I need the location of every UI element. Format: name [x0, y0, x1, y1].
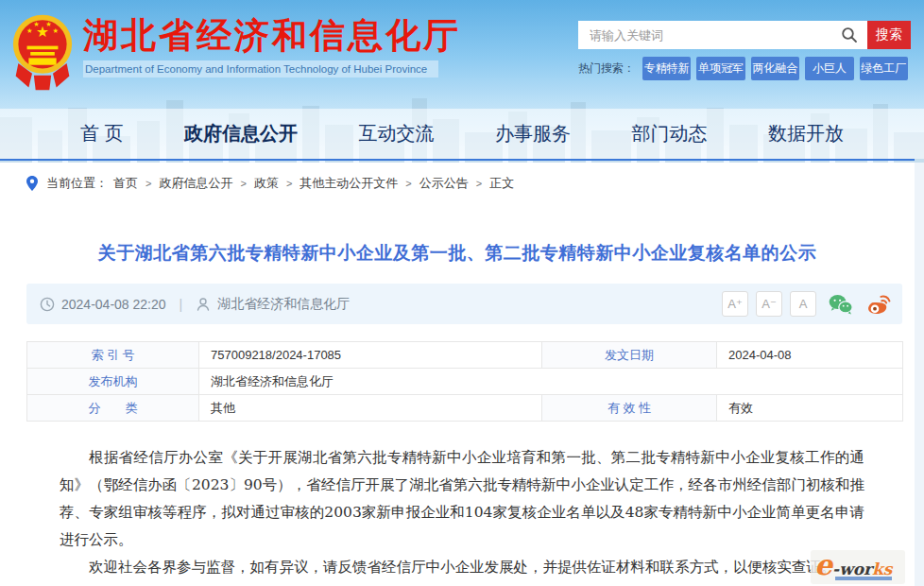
watermark-text: e-works — [814, 548, 892, 581]
breadcrumb-link[interactable]: 其他主动公开文件 — [299, 175, 398, 192]
publish-time: 2024-04-08 22:20 — [61, 297, 166, 312]
site-brand: ★ ★ ★ ★ ★ 湖北省经济和信息化厅 Department of Econo… — [11, 11, 461, 93]
svg-text:★: ★ — [33, 20, 40, 28]
breadcrumb: 当前位置： 首页 > 政府信息公开 > 政策 > 其他主动公开文件 > 公示公告… — [26, 175, 514, 192]
info-value-date: 2024-04-08 — [717, 342, 903, 369]
breadcrumb-separator: > — [286, 178, 292, 189]
page: ★ ★ ★ ★ ★ 湖北省经济和信息化厅 Department of Econo… — [0, 0, 924, 586]
table-row: 分 类 其他 有 效 性 有效 — [27, 395, 903, 422]
svg-text:★: ★ — [26, 26, 33, 35]
svg-text:★: ★ — [45, 20, 52, 28]
breadcrumb-link[interactable]: 政府信息公开 — [159, 175, 232, 192]
article-meta-bar: 2024-04-08 22:20 | 湖北省经济和信息化厅 A⁺ A⁻ A — [26, 284, 902, 324]
search-button[interactable]: 搜索 — [867, 21, 911, 49]
nav-item-interaction[interactable]: 互动交流 — [359, 121, 435, 146]
clock-icon — [40, 297, 55, 312]
article-body: 根据省经信厅办公室《关于开展湖北省第六批专精特新中小企业培育和第一批、第二批专精… — [60, 444, 864, 586]
nav-item-open-data[interactable]: 数据开放 — [768, 121, 844, 146]
site-subtitle: Department of Economy and Information Te… — [83, 60, 438, 78]
breadcrumb-label: 当前位置： — [46, 175, 108, 192]
table-row: 发布机构 湖北省经济和信息化厅 — [27, 369, 903, 395]
doc-info-table: 索 引 号 757009218/2024-17085 发文日期 2024-04-… — [26, 341, 903, 422]
site-title: 湖北省经济和信息化厅 — [83, 15, 461, 57]
weibo-share-icon[interactable] — [864, 293, 891, 316]
watermark-mid: -wor — [832, 560, 872, 578]
main-navigation: 首 页 政府信息公开 互动交流 办事服务 部门动态 数据开放 — [0, 110, 896, 157]
nav-item-gov-info[interactable]: 政府信息公开 — [184, 121, 298, 146]
hot-search-tag[interactable]: 单项冠军 — [696, 57, 744, 80]
watermark-e: e — [814, 548, 832, 581]
wechat-share-icon[interactable] — [828, 293, 853, 316]
info-label-agency: 发布机构 — [27, 369, 199, 395]
hot-search-tag[interactable]: 两化融合 — [751, 57, 799, 80]
breadcrumb-separator: > — [476, 178, 482, 189]
info-value-agency: 湖北省经济和信息化厅 — [199, 369, 903, 395]
article-meta-left: 2024-04-08 22:20 | 湖北省经济和信息化厅 — [40, 296, 350, 313]
table-row: 索 引 号 757009218/2024-17085 发文日期 2024-04-… — [27, 342, 903, 369]
breadcrumb-separator: > — [405, 178, 411, 189]
svg-text:★: ★ — [52, 26, 59, 35]
site-banner: ★ ★ ★ ★ ★ 湖北省经济和信息化厅 Department of Econo… — [0, 0, 924, 163]
scrollbar-track[interactable] — [915, 163, 924, 586]
info-label-index: 索 引 号 — [27, 342, 199, 369]
breadcrumb-link[interactable]: 正文 — [489, 175, 514, 192]
search-box: 搜索 — [578, 21, 911, 49]
national-emblem-logo: ★ ★ ★ ★ ★ — [11, 11, 74, 93]
font-smaller-button[interactable]: A⁻ — [756, 291, 782, 317]
nav-item-home[interactable]: 首 页 — [80, 121, 124, 146]
info-label-validity: 有 效 性 — [542, 395, 717, 422]
breadcrumb-separator: > — [145, 178, 151, 189]
hot-search-row: 热门搜索： 专精特新 单项冠军 两化融合 小巨人 绿色工厂 — [578, 57, 911, 80]
content-area: 当前位置： 首页 > 政府信息公开 > 政策 > 其他主动公开文件 > 公示公告… — [0, 163, 915, 586]
breadcrumb-link[interactable]: 首页 — [113, 175, 138, 192]
brand-text: 湖北省经济和信息化厅 Department of Economy and Inf… — [83, 11, 461, 78]
article-meta-right: A⁺ A⁻ A — [714, 291, 891, 317]
hot-search-tag[interactable]: 专精特新 — [642, 57, 691, 80]
hot-search-label: 热门搜索： — [578, 60, 635, 77]
info-value-category: 其他 — [199, 395, 542, 422]
watermark-tail: ks — [872, 560, 892, 578]
info-label-category: 分 类 — [27, 395, 199, 422]
article-title: 关于湖北省第六批专精特新中小企业及第一批、第二批专精特新中小企业复核名单的公示 — [0, 241, 915, 266]
info-value-validity: 有效 — [717, 395, 903, 422]
article-paragraph: 欢迎社会各界参与监督，如有异议，请反馈省经信厅中小企业发展处，并提供佐证材料和联… — [60, 554, 864, 581]
eworks-watermark-logo: e-works — [811, 550, 905, 584]
article-paragraph: 根据省经信厅办公室《关于开展湖北省第六批专精特新中小企业培育和第一批、第二批专精… — [60, 444, 864, 554]
nav-item-department-news[interactable]: 部门动态 — [632, 121, 708, 146]
breadcrumb-separator: > — [240, 178, 246, 189]
nav-item-services[interactable]: 办事服务 — [495, 121, 571, 146]
breadcrumb-link[interactable]: 公示公告 — [419, 175, 469, 192]
nav-underline-divider — [0, 159, 915, 161]
font-default-button[interactable]: A — [790, 291, 816, 317]
article-paragraph: 公示时间：2024年4月8日至2024年4月12日 — [60, 581, 864, 586]
article-source: 湖北省经济和信息化厅 — [217, 296, 350, 313]
info-label-date: 发文日期 — [542, 342, 717, 369]
font-larger-button[interactable]: A⁺ — [722, 291, 748, 317]
location-pin-icon — [26, 176, 38, 191]
hot-search-tag[interactable]: 小巨人 — [805, 57, 853, 80]
breadcrumb-link[interactable]: 政策 — [254, 175, 279, 192]
source-icon — [196, 297, 211, 312]
hot-search-tag[interactable]: 绿色工厂 — [860, 57, 908, 80]
meta-divider: | — [180, 297, 183, 312]
info-value-index: 757009218/2024-17085 — [199, 342, 542, 369]
search-icon — [841, 26, 858, 43]
search-input[interactable] — [578, 21, 867, 49]
